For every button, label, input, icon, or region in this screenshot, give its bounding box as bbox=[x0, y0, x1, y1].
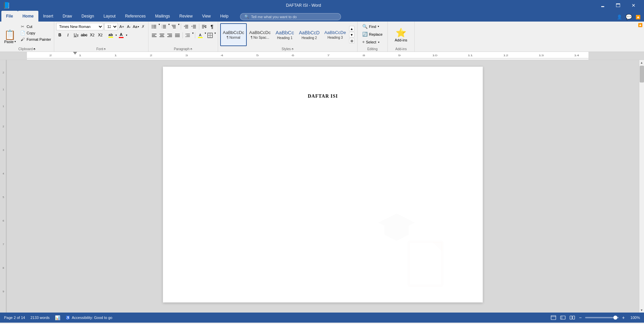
find-dropdown[interactable]: ▾ bbox=[378, 25, 379, 28]
svg-text:4: 4 bbox=[3, 172, 4, 175]
styles-more[interactable]: ⊞ bbox=[349, 38, 354, 43]
tab-insert[interactable]: Insert bbox=[38, 11, 58, 22]
superscript-button[interactable]: X2 bbox=[97, 31, 104, 39]
maximize-button[interactable]: 🗖 bbox=[610, 0, 626, 11]
view-read-mode[interactable] bbox=[569, 314, 576, 321]
tab-review[interactable]: Review bbox=[175, 11, 197, 22]
svg-text:2: 2 bbox=[49, 54, 52, 57]
document-content[interactable] bbox=[190, 106, 456, 240]
show-marks-button[interactable]: ¶ bbox=[208, 23, 216, 30]
select-dropdown[interactable]: ▾ bbox=[378, 41, 379, 44]
copy-button[interactable]: 📄 Copy bbox=[19, 30, 53, 36]
styles-scroll-up[interactable]: ▲ bbox=[349, 26, 354, 31]
svg-rect-36 bbox=[167, 36, 172, 37]
style-h2[interactable]: AaBbCcD Heading 2 bbox=[297, 23, 322, 46]
highlight-dropdown[interactable]: ▾ bbox=[115, 34, 117, 37]
bullets-button[interactable] bbox=[150, 23, 158, 30]
tab-draw[interactable]: Draw bbox=[58, 11, 77, 22]
vertical-scrollbar[interactable]: ▲ ▼ bbox=[639, 60, 644, 313]
font-grow-button[interactable]: A+ bbox=[119, 23, 125, 30]
svg-rect-33 bbox=[160, 36, 164, 37]
multilevel-button[interactable] bbox=[170, 23, 177, 30]
tab-file[interactable]: File bbox=[1, 11, 18, 22]
search-box[interactable]: 🔍 Tell me what you want to do bbox=[240, 13, 341, 20]
align-center-button[interactable] bbox=[158, 32, 166, 39]
zoom-out-button[interactable]: − bbox=[578, 315, 582, 320]
collapse-ribbon-icon[interactable]: 🔼 bbox=[636, 15, 641, 20]
select-button[interactable]: ⌖ Select ▾ bbox=[360, 38, 381, 46]
tab-mailings[interactable]: Mailings bbox=[150, 11, 175, 22]
tab-layout[interactable]: Layout bbox=[99, 11, 120, 22]
numbering-dropdown[interactable]: ▾ bbox=[168, 23, 170, 30]
style-h1[interactable]: AaBbCc Heading 1 bbox=[273, 23, 297, 46]
styles-expand[interactable]: ⬘ bbox=[292, 47, 294, 51]
clipboard-expand[interactable]: ⬘ bbox=[33, 47, 35, 51]
change-case-button[interactable]: Aa▾ bbox=[133, 23, 139, 30]
bullets-dropdown[interactable]: ▾ bbox=[159, 23, 160, 30]
scroll-down-button[interactable]: ▼ bbox=[639, 307, 644, 313]
word-count-display[interactable]: 2133 words bbox=[30, 316, 49, 320]
zoom-slider[interactable] bbox=[585, 317, 619, 318]
accessibility-status[interactable]: ♿ Accessibility: Good to go bbox=[66, 316, 112, 320]
borders-button[interactable] bbox=[206, 32, 214, 39]
comment-icon[interactable]: 💬 bbox=[625, 14, 632, 20]
tab-design[interactable]: Design bbox=[77, 11, 99, 22]
format-painter-button[interactable]: 🖌 Format Painter bbox=[19, 36, 53, 42]
style-nospace[interactable]: AaBbCcDc ¶ No Spac... bbox=[247, 23, 273, 46]
font-shrink-button[interactable]: A- bbox=[126, 23, 132, 30]
strikethrough-button[interactable]: abc bbox=[80, 31, 88, 39]
word-count-icon[interactable]: 📊 bbox=[55, 315, 60, 320]
shading-dropdown[interactable]: ▾ bbox=[205, 32, 206, 39]
increase-indent-button[interactable] bbox=[190, 23, 198, 30]
font-name-select[interactable]: Times New Roman bbox=[56, 23, 103, 30]
bold-button[interactable]: B bbox=[56, 31, 64, 39]
tab-references[interactable]: References bbox=[120, 11, 150, 22]
multilevel-dropdown[interactable]: ▾ bbox=[178, 23, 179, 30]
tab-help[interactable]: Help bbox=[215, 11, 233, 22]
document-scroll-area[interactable]: DAFTAR ISI bbox=[7, 60, 639, 313]
font-color-button[interactable]: A bbox=[117, 31, 125, 39]
zoom-level[interactable]: 100% bbox=[628, 316, 640, 320]
style-normal[interactable]: AaBbCcDc ¶ Normal bbox=[220, 23, 247, 46]
font-expand[interactable]: ⬘ bbox=[104, 47, 106, 51]
ribbon-collapse-button[interactable]: 🔼 bbox=[638, 23, 643, 27]
addins-button[interactable]: ⭐ Add-ins bbox=[392, 26, 411, 43]
paste-dropdown-arrow[interactable]: ▾ bbox=[14, 40, 16, 43]
sort-button[interactable] bbox=[201, 23, 208, 30]
page-info[interactable]: Page 2 of 14 bbox=[4, 316, 25, 320]
paste-button[interactable]: 📋 Paste ▾ bbox=[1, 23, 19, 51]
clear-format-button[interactable]: ✗ bbox=[140, 23, 146, 30]
replace-icon: 🔄 bbox=[362, 32, 368, 37]
scroll-up-button[interactable]: ▲ bbox=[639, 60, 644, 65]
underline-button[interactable]: U▾ bbox=[72, 31, 80, 39]
tab-view[interactable]: View bbox=[197, 11, 215, 22]
close-button[interactable]: ✕ bbox=[626, 0, 641, 11]
align-left-button[interactable] bbox=[150, 32, 158, 39]
justify-button[interactable] bbox=[174, 32, 181, 39]
highlight-button[interactable]: ab bbox=[107, 31, 114, 39]
tab-home[interactable]: Home bbox=[18, 11, 38, 22]
subscript-button[interactable]: X2 bbox=[89, 31, 96, 39]
numbering-button[interactable]: 123 bbox=[160, 23, 168, 30]
minimize-button[interactable]: 🗕 bbox=[595, 0, 610, 11]
zoom-in-button[interactable]: + bbox=[621, 315, 625, 320]
view-web-layout[interactable] bbox=[560, 314, 566, 321]
line-spacing-dropdown[interactable]: ▾ bbox=[192, 32, 194, 39]
line-spacing-button[interactable] bbox=[184, 32, 192, 39]
borders-dropdown[interactable]: ▾ bbox=[214, 32, 216, 39]
italic-button[interactable]: I bbox=[64, 31, 72, 39]
shading-button[interactable]: A bbox=[197, 32, 204, 39]
replace-button[interactable]: 🔄 Replace bbox=[360, 31, 384, 38]
find-button[interactable]: 🔍 Find ▾ bbox=[360, 23, 381, 30]
cut-button[interactable]: ✂ Cut bbox=[19, 24, 53, 30]
decrease-indent-button[interactable] bbox=[182, 23, 190, 30]
styles-scroll-down[interactable]: ▼ bbox=[349, 32, 354, 37]
cut-label: Cut bbox=[27, 25, 32, 29]
font-size-select[interactable]: 12 bbox=[104, 23, 118, 30]
view-print-layout[interactable] bbox=[550, 314, 557, 321]
style-h3[interactable]: AaBbCcDe Heading 3 bbox=[322, 23, 348, 46]
scroll-thumb[interactable] bbox=[640, 66, 644, 83]
align-right-button[interactable] bbox=[166, 32, 173, 39]
font-color-dropdown[interactable]: ▾ bbox=[126, 34, 127, 37]
paragraph-expand[interactable]: ⬘ bbox=[190, 47, 192, 51]
